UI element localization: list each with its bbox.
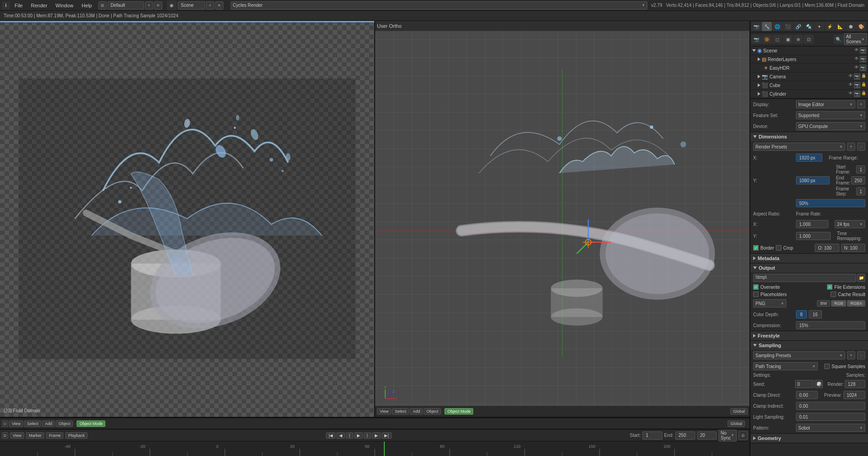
menu-file[interactable]: File — [11, 2, 26, 9]
file-path-input[interactable]: \\tmp\ — [753, 274, 856, 282]
vp-btn-view[interactable]: View — [377, 408, 391, 415]
depth-8-btn[interactable]: 8 — [796, 310, 807, 318]
seed-random-btn[interactable]: 🎲 — [815, 380, 823, 388]
screen-icon[interactable]: ⊞ — [98, 1, 107, 10]
layout-select[interactable]: Default — [108, 1, 144, 10]
prop-icon-material[interactable]: ⬟ — [846, 22, 856, 31]
prop-icon-world[interactable]: 🌐 — [772, 22, 782, 31]
left-add-btn[interactable]: Add — [42, 420, 55, 427]
freestyle-header[interactable]: Freestyle — [750, 331, 868, 340]
cyl-lock[interactable]: 🔒 — [861, 91, 866, 97]
render-presets-remove[interactable]: - — [857, 143, 865, 151]
cache-checkbox[interactable] — [831, 292, 836, 297]
search-btn[interactable]: 🔍 — [833, 35, 843, 44]
scene-name[interactable]: Scene — [178, 1, 205, 10]
scene-eye[interactable]: 👁 — [854, 47, 859, 54]
prop-icon-object[interactable]: ⬛ — [783, 22, 793, 31]
prop-icon-scene[interactable]: 🔧 — [762, 22, 772, 31]
placeholder-checkbox[interactable] — [753, 292, 759, 297]
prop-icon-particles[interactable]: ✦ — [814, 22, 824, 31]
menu-render[interactable]: Render — [27, 2, 51, 9]
prop-btn-3[interactable]: ◻ — [772, 35, 782, 44]
render-presets-dropdown[interactable]: Render Presets ▼ — [753, 143, 845, 151]
end-frame-field[interactable]: 250 — [675, 431, 695, 440]
scene-remove[interactable]: ✕ — [215, 1, 223, 10]
asp-y-field[interactable]: 1.000 — [796, 232, 831, 240]
timeline-icon[interactable]: ⊙ — [2, 432, 8, 439]
prop-icon-modifiers[interactable]: 🔩 — [804, 22, 814, 31]
pattern-dropdown[interactable]: Sobol ▼ — [796, 424, 865, 432]
prop-btn-2[interactable]: 🔆 — [762, 35, 772, 44]
ci-field[interactable]: 0.00 — [796, 402, 865, 410]
play-next[interactable]: ⟩ — [364, 432, 371, 439]
output-header[interactable]: Output — [750, 263, 868, 272]
step-frame-field[interactable]: 1 — [856, 187, 865, 195]
layout-add[interactable]: + — [145, 1, 153, 10]
tr-o-field[interactable]: O: 100 — [815, 244, 839, 252]
play-prev-key[interactable]: ◀ — [336, 432, 345, 439]
file-ext-checkbox[interactable]: ✓ — [827, 284, 832, 290]
left-object-btn[interactable]: Object — [56, 420, 73, 427]
sp-add[interactable]: + — [847, 351, 855, 359]
sync-dropdown[interactable]: No Sync ▼ — [718, 430, 737, 441]
depth-16-btn[interactable]: 16 — [809, 310, 822, 318]
scene-add[interactable]: + — [206, 1, 214, 10]
timeline-right-icon[interactable]: ⊙ — [739, 431, 748, 440]
cam-render[interactable]: 📷 — [854, 73, 860, 80]
prop-btn-6[interactable]: ⊡ — [804, 35, 814, 44]
preview-samples-field[interactable]: 1024 — [843, 391, 865, 399]
file-browse-btn[interactable]: 📁 — [857, 274, 865, 282]
device-dropdown[interactable]: GPU Compute ▼ — [796, 122, 865, 130]
scenes-dropdown[interactable]: All Scenes▼ — [844, 33, 867, 45]
play-prev[interactable]: ⟨ — [346, 432, 353, 439]
overwrite-checkbox[interactable]: ✓ — [753, 284, 759, 290]
crop-checkbox[interactable] — [776, 245, 781, 251]
bw-btn[interactable]: BW — [817, 300, 830, 307]
timeline-ruler[interactable]: -40 -20 0 20 50 80 110 150 200 — [0, 441, 749, 456]
left-global-btn[interactable]: Global — [728, 420, 745, 427]
scene-tree-scene[interactable]: ◉ Scene 👁 📷 — [750, 46, 868, 55]
end-frame-field[interactable]: 250 — [851, 176, 865, 184]
cd-field[interactable]: 0.00 — [796, 391, 818, 399]
cam-eye[interactable]: 👁 — [848, 73, 853, 80]
cyl-eye[interactable]: 👁 — [848, 91, 853, 97]
res-percent-field[interactable]: 50% — [796, 199, 865, 207]
prop-icon-constraints[interactable]: 🔗 — [793, 22, 803, 31]
left-mode-btn[interactable]: Object Mode — [77, 420, 105, 427]
prop-btn-5[interactable]: ⊕ — [793, 35, 803, 44]
square-samples-checkbox[interactable] — [824, 364, 830, 369]
left-view-btn[interactable]: View — [9, 420, 23, 427]
sp-remove[interactable]: - — [857, 351, 865, 359]
prop-icon-data[interactable]: 📐 — [835, 22, 845, 31]
dimensions-header[interactable]: Dimensions — [750, 132, 868, 141]
hdr-cam[interactable]: 📷 — [860, 65, 866, 71]
fps-dropdown[interactable]: 24 fps ▼ — [835, 220, 865, 228]
rgb-btn[interactable]: RGB — [831, 300, 847, 307]
feature-set-dropdown[interactable]: Supported ▼ — [796, 111, 865, 119]
sampling-header[interactable]: Sampling — [750, 341, 868, 350]
hdr-eye[interactable]: 👁 — [854, 65, 859, 71]
res-x-field[interactable]: 1920 px — [796, 154, 822, 162]
scene-tree-renderlayers[interactable]: ▤ RenderLayers 👁 📷 — [750, 55, 868, 64]
engine-dropdown[interactable]: Cycles Render ▼ — [231, 1, 648, 10]
geometry-header[interactable]: Geometry — [750, 434, 868, 443]
render-icon[interactable]: ◉ — [167, 0, 177, 10]
vp-btn-object[interactable]: Object — [424, 408, 441, 415]
rl-eye[interactable]: 👁 — [854, 56, 859, 62]
tl-frame[interactable]: Frame — [46, 432, 63, 439]
border-checkbox[interactable]: ✓ — [753, 245, 759, 251]
sampling-presets-dropdown[interactable]: Sampling Presets ▼ — [753, 351, 845, 359]
prop-btn-4[interactable]: ▣ — [783, 35, 793, 44]
display-add[interactable]: + — [857, 100, 865, 108]
prop-btn-1[interactable]: 📷 — [751, 35, 761, 44]
res-y-field[interactable]: 1080 px — [796, 176, 830, 184]
cube-eye[interactable]: 👁 — [848, 82, 853, 88]
info-icon[interactable]: ℹ — [2, 1, 10, 10]
cyl-render[interactable]: 📷 — [854, 91, 860, 97]
asp-x-field[interactable]: 1.000 — [796, 220, 828, 228]
vp-btn-add[interactable]: Add — [410, 408, 423, 415]
compression-field[interactable]: 15% — [796, 321, 865, 329]
prop-icon-physics[interactable]: ⚡ — [825, 22, 835, 31]
menu-help[interactable]: Help — [78, 2, 96, 9]
rgba-btn[interactable]: RGBA — [847, 300, 865, 307]
